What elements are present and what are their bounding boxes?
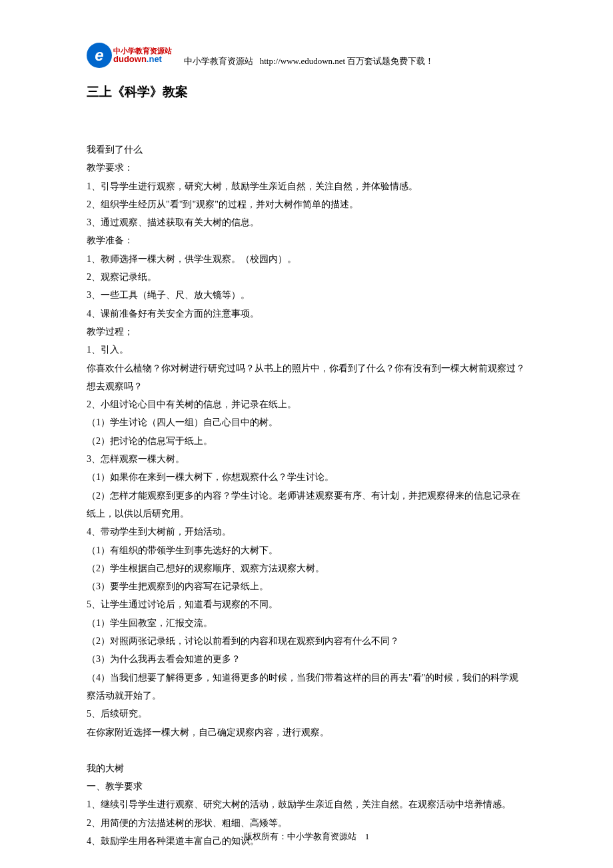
body-line: 我看到了什么 <box>87 141 526 159</box>
site-url: http://www.edudown.net <box>260 56 345 66</box>
site-slogan: 百万套试题免费下载！ <box>347 56 434 66</box>
body-line: （2）怎样才能观察到更多的内容？学生讨论。老师讲述观察要有序、有计划，并把观察得… <box>87 487 526 523</box>
logo-en-main: dudown <box>113 54 147 64</box>
body-line: 5、让学生通过讨论后，知道看与观察的不同。 <box>87 595 526 613</box>
document-body: 我看到了什么 教学要求： 1、引导学生进行观察，研究大树，鼓励学生亲近自然，关注… <box>87 141 526 850</box>
document-title: 三上《科学》教案 <box>87 83 526 101</box>
body-line: 我的大树 <box>87 759 526 777</box>
body-line: （2）把讨论的信息写于纸上。 <box>87 432 526 450</box>
logo-en-text: dudown.net <box>113 55 172 63</box>
body-line: 2、用简便的方法描述树的形状、粗细、高矮等。 <box>87 814 526 832</box>
logo-en-suffix: .net <box>147 54 162 64</box>
footer-copyright: 版权所有：中小学教育资源站 <box>244 831 356 841</box>
body-line: 4、课前准备好有关安全方面的注意事项。 <box>87 305 526 323</box>
body-line: 2、小组讨论心目中有关树的信息，并记录在纸上。 <box>87 395 526 413</box>
page-footer: 版权所有：中小学教育资源站 1 <box>0 831 613 843</box>
body-line: （3）要学生把观察到的内容写在记录纸上。 <box>87 577 526 595</box>
logo-e-icon: e <box>87 43 112 68</box>
body-line: （1）学生回教室，汇报交流。 <box>87 614 526 632</box>
body-line: 一、教学要求 <box>87 777 526 795</box>
body-line: 你喜欢什么植物？你对树进行研究过吗？从书上的照片中，你看到了什么？你有没有到一棵… <box>87 359 526 396</box>
body-line: 1、引入。 <box>87 341 526 359</box>
body-line: 1、继续引导学生进行观察、研究大树的活动，鼓励学生亲近自然，关注自然。在观察活动… <box>87 795 526 813</box>
body-line: 3、通过观察、描述获取有关大树的信息。 <box>87 213 526 231</box>
body-line: 教学准备： <box>87 231 526 249</box>
footer-page-number: 1 <box>365 831 370 841</box>
body-line: （3）为什么我再去看会知道的更多？ <box>87 650 526 668</box>
logo-text-block: 中小学教育资源站 dudown.net <box>113 47 172 63</box>
body-line: 教学过程； <box>87 323 526 341</box>
blank-line <box>87 741 526 759</box>
body-line: 教学要求： <box>87 159 526 177</box>
page-header: e 中小学教育资源站 dudown.net 中小学教育资源站 http://ww… <box>87 40 526 70</box>
body-line: 3、怎样观察一棵大树。 <box>87 450 526 468</box>
body-line: 3、一些工具（绳子、尺、放大镜等）。 <box>87 286 526 304</box>
body-line: （2）学生根据自己想好的观察顺序、观察方法观察大树。 <box>87 559 526 577</box>
body-line: 在你家附近选择一棵大树，自己确定观察内容，进行观察。 <box>87 723 526 741</box>
body-line: 5、后续研究。 <box>87 705 526 723</box>
body-line: （1）有组织的带领学生到事先选好的大树下。 <box>87 541 526 559</box>
page: e 中小学教育资源站 dudown.net 中小学教育资源站 http://ww… <box>0 0 613 850</box>
site-logo: e 中小学教育资源站 dudown.net <box>87 40 173 70</box>
body-line: 2、组织学生经历从"看"到"观察"的过程，并对大树作简单的描述。 <box>87 195 526 213</box>
body-line: 1、引导学生进行观察，研究大树，鼓励学生亲近自然，关注自然，并体验情感。 <box>87 177 526 195</box>
body-line: （1）学生讨论（四人一组）自己心目中的树。 <box>87 413 526 431</box>
body-line: 1、教师选择一棵大树，供学生观察。（校园内）。 <box>87 250 526 268</box>
body-line: 2、观察记录纸。 <box>87 268 526 286</box>
body-line: （2）对照两张记录纸，讨论以前看到的内容和现在观察到内容有什么不同？ <box>87 632 526 650</box>
body-line: （4）当我们想要了解得更多，知道得更多的时候，当我们带着这样的目的再去"看"的时… <box>87 669 526 705</box>
body-line: 4、带动学生到大树前，开始活动。 <box>87 523 526 541</box>
header-tagline: 中小学教育资源站 http://www.edudown.net 百万套试题免费下… <box>184 55 434 70</box>
site-name: 中小学教育资源站 <box>184 56 253 66</box>
body-line: （1）如果你在来到一棵大树下，你想观察什么？学生讨论。 <box>87 468 526 486</box>
